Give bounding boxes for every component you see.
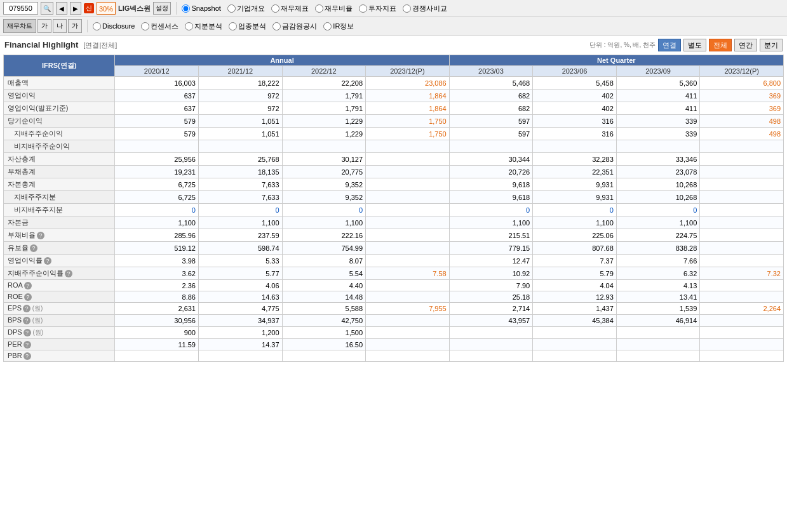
divider1 xyxy=(176,2,177,15)
annual-cell xyxy=(282,140,366,153)
annual-cell: 7,633 xyxy=(198,178,282,191)
quarter-cell: 402 xyxy=(533,90,617,102)
info-icon[interactable]: ? xyxy=(23,317,30,324)
quarter-cell: 316 xyxy=(533,115,617,128)
table-row: 매출액16,00318,22222,20823,0865,4685,4585,3… xyxy=(4,77,784,90)
ticker-input[interactable]: 079550 xyxy=(3,2,38,15)
annual-cell: 1,864 xyxy=(366,90,450,102)
table-row: 지배주주순이익률?3.625.775.547.5810.925.796.327.… xyxy=(4,267,784,280)
info-icon[interactable]: ? xyxy=(23,305,30,312)
annual-cell xyxy=(366,153,450,166)
main-content: Financial Highlight [연결|전체] 단위 : 억원, %, … xyxy=(0,36,787,365)
new-badge: 신 xyxy=(84,3,94,13)
radio-invest[interactable]: 투자지표 xyxy=(359,4,396,13)
quarter-cell: 33,346 xyxy=(616,153,700,166)
quarter-cell: 402 xyxy=(533,102,617,115)
info-icon[interactable]: ? xyxy=(44,257,51,265)
radio-ratio[interactable]: 재무비율 xyxy=(315,4,353,13)
quarter-cell xyxy=(616,140,700,153)
quarter-cell: 682 xyxy=(449,90,533,102)
search-button[interactable]: 🔍 xyxy=(41,2,53,15)
quarter-cell: 1,100 xyxy=(449,216,533,229)
quarter-cell xyxy=(700,140,784,153)
annual-cell: 25,768 xyxy=(198,153,282,166)
quarter-cell: 7.90 xyxy=(449,280,533,291)
info-icon[interactable]: ? xyxy=(24,282,32,289)
annual-cell xyxy=(366,191,450,204)
next-button[interactable]: ▶ xyxy=(70,2,81,15)
annual-cell: 1,229 xyxy=(282,115,366,128)
radio-compete[interactable]: 경쟁사비교 xyxy=(403,4,447,13)
quarter-cell: 4.04 xyxy=(533,280,617,291)
quarter-cell: 339 xyxy=(616,115,700,128)
quarter-cell: 779.15 xyxy=(449,242,533,255)
annual-cell: 1,100 xyxy=(198,216,282,229)
settings-button[interactable]: 설정 xyxy=(153,2,171,15)
radio-financial[interactable]: 재무제표 xyxy=(271,4,309,13)
radio-company[interactable]: 기업개요 xyxy=(227,4,265,13)
chart-btn-group: 재무차트 가 나 가 xyxy=(3,19,82,33)
annual-cell xyxy=(366,178,450,191)
chart-size-medium[interactable]: 나 xyxy=(53,19,67,33)
quarter-cell: 10.92 xyxy=(449,267,533,280)
annual-cell xyxy=(115,140,199,153)
fh-title-group: Financial Highlight [연결|전체] xyxy=(4,40,117,50)
annual-cell: 5,588 xyxy=(282,303,366,315)
annual-cell: 20,775 xyxy=(282,166,366,178)
annual-cell: 8.86 xyxy=(115,291,199,303)
info-icon[interactable]: ? xyxy=(24,293,32,301)
quarter-cell: 225.06 xyxy=(533,229,617,242)
quarter-cell xyxy=(616,327,700,339)
radio-snapshot[interactable]: Snapshot xyxy=(182,4,220,13)
row-label: 영업이익 xyxy=(4,90,115,102)
annual-cell xyxy=(366,291,450,303)
annual-cell: 2.36 xyxy=(115,280,199,291)
table-row: 영업이익(발표기준)6379721,7911,864682402411369 xyxy=(4,102,784,115)
info-icon[interactable]: ? xyxy=(30,244,37,252)
quarter-cell: 838.28 xyxy=(616,242,700,255)
row-label: 지배주주순이익률? xyxy=(4,267,115,280)
radio-consensus[interactable]: 컨센서스 xyxy=(141,22,178,31)
annual-col-1: 2021/12 xyxy=(198,66,282,77)
col-netquarter-header: Net Quarter xyxy=(449,55,783,66)
quarter-cell: 30,344 xyxy=(449,153,533,166)
radio-share[interactable]: 지분분석 xyxy=(185,22,222,31)
annual-cell: 1,100 xyxy=(282,216,366,229)
table-row: 자본금1,1001,1001,1001,1001,1001,100 xyxy=(4,216,784,229)
quarter-cell xyxy=(700,242,784,255)
toggle-consolidated[interactable]: 연결 xyxy=(658,39,681,51)
col-annual-header: Annual xyxy=(115,55,449,66)
quarter-cell xyxy=(533,350,617,362)
quarter-cell: 411 xyxy=(616,102,700,115)
quarter-cell: 6,800 xyxy=(700,77,784,90)
chart-size-large[interactable]: 가 xyxy=(68,19,82,33)
info-icon[interactable]: ? xyxy=(24,352,31,360)
annual-cell: 4.40 xyxy=(282,280,366,291)
chart-button[interactable]: 재무차트 xyxy=(3,19,36,33)
quarter-cell: 43,957 xyxy=(449,315,533,327)
annual-cell xyxy=(366,242,450,255)
annual-cell: 1,750 xyxy=(366,115,450,128)
prev-button[interactable]: ◀ xyxy=(56,2,67,15)
info-icon[interactable]: ? xyxy=(65,270,72,277)
toggle-annual[interactable]: 연간 xyxy=(734,39,757,51)
annual-cell: 0 xyxy=(282,204,366,216)
info-icon[interactable]: ? xyxy=(24,341,31,349)
toggle-separate[interactable]: 별도 xyxy=(683,39,706,51)
quarter-cell: 498 xyxy=(700,115,784,128)
annual-cell: 18,135 xyxy=(198,166,282,178)
radio-industry[interactable]: 업종분석 xyxy=(229,22,266,31)
quarter-cell: 2,714 xyxy=(449,303,533,315)
annual-cell: 8.07 xyxy=(282,255,366,267)
info-icon[interactable]: ? xyxy=(24,329,31,336)
annual-cell: 972 xyxy=(198,90,282,102)
toggle-all[interactable]: 전체 xyxy=(709,39,732,51)
radio-ir[interactable]: IR정보 xyxy=(323,22,354,31)
chart-size-small[interactable]: 가 xyxy=(37,19,51,33)
quarter-cell: 9,931 xyxy=(533,178,617,191)
quarter-cell xyxy=(449,327,533,339)
toggle-quarter[interactable]: 분기 xyxy=(760,39,783,51)
info-icon[interactable]: ? xyxy=(37,232,44,239)
radio-dart[interactable]: 금감원공시 xyxy=(272,22,317,31)
radio-disclosure[interactable]: Disclosure xyxy=(93,22,135,30)
